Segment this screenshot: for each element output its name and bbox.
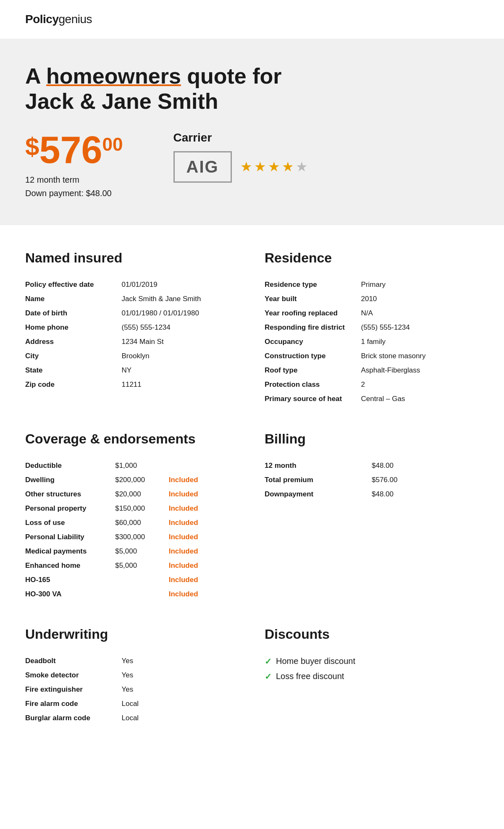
- hero-section: A homeowners quote for Jack & Jane Smith…: [0, 39, 504, 225]
- title-prefix: A: [25, 64, 46, 88]
- table-row: Roof typeAsphalt-Fiberglass: [265, 363, 479, 378]
- coverage-status: Included: [169, 573, 239, 587]
- row-label: Medical payments: [25, 544, 115, 559]
- row-label: Dwelling: [25, 473, 115, 487]
- named-insured-title: Named insured: [25, 250, 239, 266]
- underwriting-discounts-row: Underwriting DeadboltYesSmoke detectorYe…: [25, 627, 479, 725]
- check-icon: ✓: [265, 672, 272, 682]
- table-row: Other structures$20,000Included: [25, 487, 239, 501]
- price-block: $57600 12 month term Down payment: $48.0…: [25, 131, 123, 200]
- row-label: Primary source of heat: [265, 392, 361, 406]
- star-2: ★: [254, 159, 266, 175]
- row-amount: $5,000: [115, 544, 169, 559]
- row-label: Fire alarm code: [25, 697, 122, 711]
- row-label: Deadbolt: [25, 654, 122, 668]
- row-label: HO-300 VA: [25, 587, 115, 601]
- row-label: 12 month: [265, 459, 372, 473]
- carrier-label: Carrier: [173, 131, 308, 144]
- row-value: 1 family: [361, 335, 479, 349]
- row-value: 2010: [361, 292, 479, 306]
- row-value: 11211: [122, 378, 240, 392]
- row-label: Year roofing replaced: [265, 306, 361, 320]
- star-5: ★: [296, 159, 308, 175]
- table-row: Year built2010: [265, 292, 479, 306]
- title-name: Jack & Jane Smith: [25, 89, 218, 113]
- coverage-status: Included: [169, 544, 239, 559]
- row-amount: [115, 573, 169, 587]
- discount-label: Loss free discount: [276, 672, 344, 681]
- insured-residence-row: Named insured Policy effective date01/01…: [25, 250, 479, 406]
- residence-title: Residence: [265, 250, 479, 266]
- row-label: Responding fire district: [265, 320, 361, 335]
- title-type: homeowners: [46, 64, 181, 88]
- row-value: N/A: [361, 306, 479, 320]
- billing-section: Billing 12 month$48.00Total premium$576.…: [265, 431, 479, 601]
- row-label: HO-165: [25, 573, 115, 587]
- row-amount: $5,000: [115, 559, 169, 573]
- coverage-status: Included: [169, 473, 239, 487]
- table-row: HO-300 VAIncluded: [25, 587, 239, 601]
- row-label: City: [25, 349, 122, 363]
- star-4: ★: [282, 159, 294, 175]
- row-label: Burglar alarm code: [25, 711, 122, 725]
- table-row: Dwelling$200,000Included: [25, 473, 239, 487]
- row-value: (555) 555-1234: [361, 320, 479, 335]
- table-row: Downpayment$48.00: [265, 487, 479, 501]
- row-label: Roof type: [265, 363, 361, 378]
- table-row: Total premium$576.00: [265, 473, 479, 487]
- row-label: Zip code: [25, 378, 122, 392]
- logo-bold: Policy: [25, 13, 58, 26]
- row-label: Personal property: [25, 501, 115, 516]
- row-value: 2: [361, 378, 479, 392]
- row-label: Year built: [265, 292, 361, 306]
- row-amount: $200,000: [115, 473, 169, 487]
- discounts-list: ✓Home buyer discount✓Loss free discount: [265, 654, 479, 684]
- row-value: Brooklyn: [122, 349, 240, 363]
- title-suffix: quote for: [181, 64, 282, 88]
- coverage-status: Included: [169, 516, 239, 530]
- row-amount: $150,000: [115, 501, 169, 516]
- row-value: Yes: [122, 668, 240, 682]
- table-row: Residence typePrimary: [265, 278, 479, 292]
- table-row: Year roofing replacedN/A: [265, 306, 479, 320]
- row-label: Downpayment: [265, 487, 372, 501]
- named-insured-section: Named insured Policy effective date01/01…: [25, 250, 239, 406]
- row-label: Construction type: [265, 349, 361, 363]
- row-label: Enhanced home: [25, 559, 115, 573]
- residence-section: Residence Residence typePrimaryYear buil…: [265, 250, 479, 406]
- discounts-title: Discounts: [265, 627, 479, 642]
- row-label: Policy effective date: [25, 278, 122, 292]
- row-value: Primary: [361, 278, 479, 292]
- table-row: Zip code11211: [25, 378, 239, 392]
- row-value: Yes: [122, 654, 240, 668]
- table-row: Construction typeBrick stone masonry: [265, 349, 479, 363]
- star-3: ★: [268, 159, 280, 175]
- price-display: $57600: [25, 131, 123, 169]
- price-details: 12 month term Down payment: $48.00: [25, 173, 123, 200]
- header: Policygenius: [0, 0, 504, 34]
- row-value: (555) 555-1234: [122, 320, 240, 335]
- row-value: Yes: [122, 682, 240, 697]
- row-label: Deductible: [25, 459, 115, 473]
- row-value: NY: [122, 363, 240, 378]
- row-label: Residence type: [265, 278, 361, 292]
- coverage-table: Deductible$1,000Dwelling$200,000Included…: [25, 459, 239, 601]
- table-row: Occupancy1 family: [265, 335, 479, 349]
- table-row: Protection class2: [265, 378, 479, 392]
- table-row: HO-165Included: [25, 573, 239, 587]
- row-amount: $60,000: [115, 516, 169, 530]
- row-label: Smoke detector: [25, 668, 122, 682]
- star-rating: ★★★★★: [240, 159, 308, 175]
- row-value: Jack Smith & Jane Smith: [122, 292, 240, 306]
- price-row: $57600 12 month term Down payment: $48.0…: [25, 131, 479, 200]
- table-row: NameJack Smith & Jane Smith: [25, 292, 239, 306]
- coverage-status: Included: [169, 559, 239, 573]
- table-row: Enhanced home$5,000Included: [25, 559, 239, 573]
- row-value: Asphalt-Fiberglass: [361, 363, 479, 378]
- list-item: ✓Loss free discount: [265, 669, 479, 684]
- underwriting-table: DeadboltYesSmoke detectorYesFire extingu…: [25, 654, 239, 725]
- coverage-section: Coverage & endorsements Deductible$1,000…: [25, 431, 239, 601]
- table-row: Fire extinguisherYes: [25, 682, 239, 697]
- billing-table: 12 month$48.00Total premium$576.00Downpa…: [265, 459, 479, 501]
- list-item: ✓Home buyer discount: [265, 654, 479, 669]
